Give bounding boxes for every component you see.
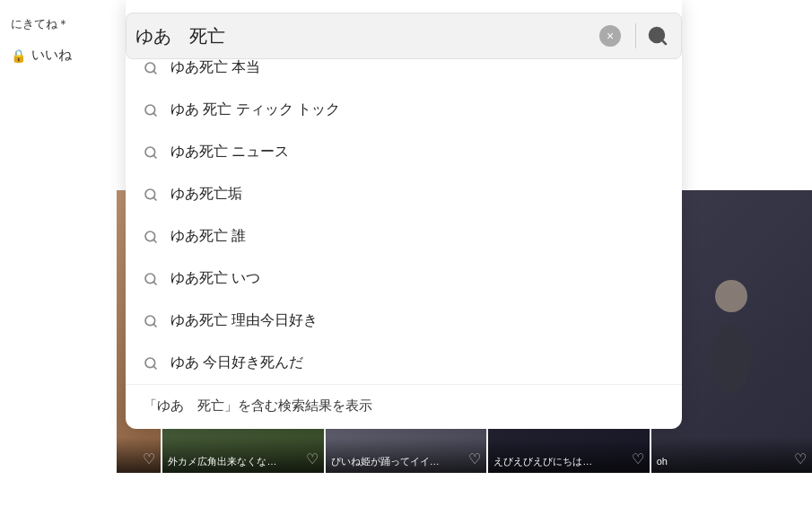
sidebar: にきてね＊ 🔒 いいね [0,0,117,524]
suggestion-text-7: ゆあ 今日好き死んだ [170,354,303,372]
svg-line-26 [153,366,156,369]
search-bar-container: × [126,13,682,59]
search-bar: × [126,13,682,59]
suggestion-text-1: ゆあ 死亡 ティック トック [170,100,340,119]
svg-line-22 [153,282,156,284]
suggestion-item-1[interactable]: ゆあ 死亡 ティック トック [126,89,682,131]
suggestion-item-7[interactable]: ゆあ 今日好き死んだ [126,342,682,384]
lock-icon: 🔒 [11,48,26,63]
thumbnail-4-heart[interactable]: ♡ [632,450,644,467]
search-small-icon-1 [144,103,158,118]
svg-line-14 [153,113,156,116]
search-small-icon-7 [144,356,158,371]
thumbnail-4-label: えびえびえびにちは… [488,437,649,473]
suggestion-item-5[interactable]: ゆあ死亡 いつ [126,258,682,300]
search-small-icon-6 [144,314,158,328]
thumbnail-1-heart[interactable]: ♡ [143,450,155,467]
suggestion-item-4[interactable]: ゆあ死亡 誰 [126,215,682,258]
suggestion-text-4: ゆあ死亡 誰 [170,227,246,246]
suggestion-text-0: ゆあ死亡 本当 [170,58,260,77]
suggestion-text-5: ゆあ死亡 いつ [170,269,260,288]
svg-line-18 [153,197,156,200]
search-small-icon-5 [144,272,158,286]
suggestions-list: ゆあ死亡 本当 ゆあ 死亡 ティック トック ゆあ死亡 ニュース [126,47,682,384]
search-small-icon-2 [144,145,158,160]
search-small-icon-4 [144,230,158,244]
svg-line-20 [153,240,156,242]
suggestion-text-3: ゆあ死亡垢 [170,185,242,204]
thumbnail-2-label: 外カメ広角出来なくな… [162,437,323,473]
thumbnail-3-label: ぴいね姫が踊ってイイ… [326,437,486,473]
search-submit-button[interactable] [643,22,672,50]
svg-line-12 [153,71,156,74]
svg-line-16 [153,155,156,158]
search-clear-button[interactable]: × [599,25,621,47]
suggestions-dropdown: ゆあ死亡 本当 ゆあ 死亡 ティック トック ゆあ死亡 ニュース [126,0,682,429]
suggestion-text-2: ゆあ死亡 ニュース [170,143,289,162]
thumbnail-5-heart[interactable]: ♡ [794,450,807,467]
svg-point-10 [712,325,751,393]
suggestion-item-3[interactable]: ゆあ死亡垢 [126,173,682,215]
svg-line-28 [662,40,666,44]
suggestion-item-2[interactable]: ゆあ死亡 ニュース [126,131,682,173]
search-small-icon-3 [144,188,158,202]
thumbnail-2-heart[interactable]: ♡ [306,450,319,467]
search-input[interactable] [135,26,599,47]
search-small-icon-0 [144,61,158,75]
sidebar-notification: にきてね＊ [0,9,117,39]
svg-point-9 [715,280,747,312]
thumbnail-3-heart[interactable]: ♡ [468,450,481,467]
like-label: いいね [31,47,72,64]
sidebar-like-button[interactable]: 🔒 いいね [0,39,117,71]
svg-line-24 [153,324,156,327]
search-divider [635,23,636,48]
suggestions-footer[interactable]: 「ゆあ 死亡」を含む検索結果を表示 [126,384,682,429]
suggestion-item-6[interactable]: ゆあ死亡 理由今日好き [126,300,682,342]
suggestion-text-6: ゆあ死亡 理由今日好き [170,311,318,330]
search-icon [647,25,668,47]
thumbnail-5-label: oh [651,437,812,473]
